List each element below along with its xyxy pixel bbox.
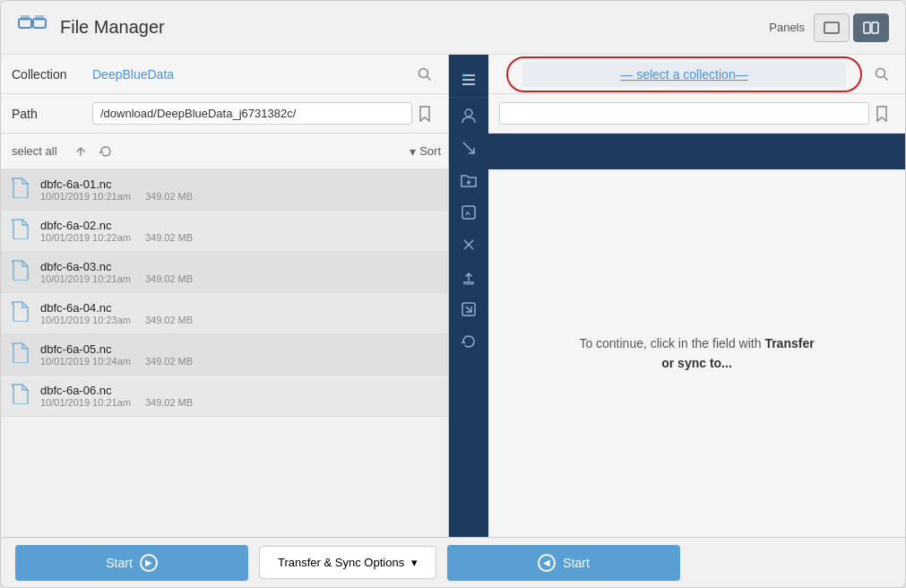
file-item[interactable]: dbfc-6a-06.nc 10/01/2019 10:21am 349.02 … [1, 376, 448, 417]
file-meta: 10/01/2019 10:23am 349.02 MB [40, 315, 193, 325]
up-directory-button[interactable] [68, 139, 93, 164]
file-name: dbfc-6a-06.nc [40, 384, 193, 397]
delete-button[interactable] [454, 230, 483, 259]
right-panel: — select a collection— To co [488, 55, 905, 537]
file-date: 10/01/2019 10:21am [40, 273, 131, 284]
svg-rect-3 [35, 15, 44, 21]
new-folder-button[interactable] [454, 166, 483, 195]
svg-line-14 [463, 143, 474, 153]
start-right-label: Start [563, 556, 590, 570]
transfer-sync-options-button[interactable]: Transfer & Sync Options ▾ [259, 546, 436, 579]
middle-toolbar [449, 55, 488, 537]
title-bar: File Manager Panels [1, 1, 905, 55]
svg-rect-6 [872, 22, 878, 33]
rename-button[interactable] [454, 198, 483, 227]
left-bookmark-button[interactable] [412, 98, 437, 130]
file-meta: 10/01/2019 10:22am 349.02 MB [40, 232, 193, 243]
middle-menu-button[interactable] [449, 62, 488, 98]
transfer-user-button[interactable] [454, 101, 483, 130]
right-message: To continue, click in the field with Tra… [572, 333, 823, 374]
app-title: File Manager [60, 17, 769, 38]
right-toolbar-row [488, 134, 905, 169]
svg-line-8 [427, 76, 431, 80]
right-bookmark-button[interactable] [869, 98, 894, 130]
file-meta: 10/01/2019 10:24am 349.02 MB [40, 356, 193, 367]
left-collection-row: Collection DeepBlueData [1, 55, 448, 94]
transfer-sync-chevron-icon: ▾ [411, 556, 418, 569]
file-name: dbfc-6a-02.nc [40, 219, 193, 232]
select-collection-button[interactable]: — select a collection— [522, 62, 846, 87]
file-date: 10/01/2019 10:21am [40, 191, 131, 202]
file-date: 10/01/2019 10:24am [40, 356, 131, 367]
sort-direction-icon[interactable]: ▾ [410, 144, 416, 159]
share-button[interactable] [454, 295, 483, 324]
file-date: 10/01/2019 10:21am [40, 397, 131, 408]
svg-rect-17 [462, 206, 475, 219]
app-window: File Manager Panels Collection DeepBlueD… [0, 0, 906, 588]
file-item[interactable]: dbfc-6a-04.nc 10/01/2019 10:23am 349.02 … [1, 293, 448, 334]
right-path-row [488, 94, 905, 134]
file-icon [12, 177, 31, 203]
right-path-input[interactable] [499, 102, 869, 125]
transfer-sync-options-label: Transfer & Sync Options [278, 556, 404, 569]
refresh-button[interactable] [93, 139, 118, 164]
bottom-bar: Start ▶ Transfer & Sync Options ▾ ◀ Star… [1, 537, 905, 587]
left-path-input[interactable] [92, 102, 412, 125]
left-path-row: Path [1, 94, 448, 134]
svg-rect-1 [21, 15, 30, 21]
sync-button[interactable] [454, 327, 483, 356]
file-date: 10/01/2019 10:22am [40, 232, 131, 243]
single-panel-button[interactable] [814, 13, 850, 42]
file-size: 349.02 MB [145, 232, 193, 243]
file-size: 349.02 MB [145, 356, 193, 367]
left-collection-search-button[interactable] [412, 62, 437, 87]
file-size: 349.02 MB [145, 273, 193, 284]
file-name: dbfc-6a-03.nc [40, 260, 193, 273]
upload-button[interactable] [454, 263, 483, 291]
left-toolbar-row: select all ▾ Sort [1, 134, 448, 169]
file-icon [12, 383, 31, 409]
select-all-button[interactable]: select all [8, 143, 61, 160]
svg-point-7 [419, 68, 428, 77]
panels-label: Panels [769, 21, 805, 34]
file-size: 349.02 MB [145, 397, 193, 408]
file-size: 349.02 MB [145, 191, 193, 202]
app-icon [17, 12, 49, 44]
file-info: dbfc-6a-01.nc 10/01/2019 10:21am 349.02 … [40, 177, 193, 202]
file-item[interactable]: dbfc-6a-05.nc 10/01/2019 10:24am 349.02 … [1, 334, 448, 376]
right-collection-row: — select a collection— [488, 55, 905, 94]
file-icon [12, 259, 31, 285]
select-collection-oval-border: — select a collection— [506, 56, 862, 92]
start-right-play-icon: ◀ [538, 554, 556, 572]
right-content-area[interactable]: To continue, click in the field with Tra… [488, 169, 905, 537]
file-icon [12, 342, 31, 368]
file-item[interactable]: dbfc-6a-01.nc 10/01/2019 10:21am 349.02 … [1, 169, 448, 211]
file-icon [12, 218, 31, 244]
start-left-button[interactable]: Start ▶ [15, 545, 248, 581]
transfer-arrow-button[interactable] [454, 134, 483, 162]
file-info: dbfc-6a-04.nc 10/01/2019 10:23am 349.02 … [40, 301, 193, 325]
panel-buttons [814, 13, 889, 42]
file-meta: 10/01/2019 10:21am 349.02 MB [40, 273, 193, 284]
left-file-list: dbfc-6a-01.nc 10/01/2019 10:21am 349.02 … [1, 169, 448, 537]
sort-label[interactable]: Sort [419, 144, 441, 158]
dual-panel-button[interactable] [853, 13, 889, 42]
start-right-button[interactable]: ◀ Start [447, 545, 680, 581]
file-meta: 10/01/2019 10:21am 349.02 MB [40, 397, 193, 408]
svg-line-22 [884, 76, 888, 80]
svg-point-21 [876, 68, 885, 77]
file-info: dbfc-6a-06.nc 10/01/2019 10:21am 349.02 … [40, 384, 193, 408]
file-name: dbfc-6a-04.nc [40, 301, 193, 315]
left-collection-value[interactable]: DeepBlueData [92, 67, 412, 82]
file-info: dbfc-6a-03.nc 10/01/2019 10:21am 349.02 … [40, 260, 193, 284]
file-item[interactable]: dbfc-6a-03.nc 10/01/2019 10:21am 349.02 … [1, 252, 448, 293]
right-collection-search-button[interactable] [869, 62, 894, 87]
sort-controls: ▾ Sort [410, 144, 441, 159]
file-item[interactable]: dbfc-6a-02.nc 10/01/2019 10:22am 349.02 … [1, 211, 448, 252]
file-name: dbfc-6a-05.nc [40, 342, 193, 356]
left-path-label: Path [12, 107, 83, 121]
left-collection-label: Collection [12, 67, 83, 82]
start-left-label: Start [106, 556, 133, 570]
select-collection-container: — select a collection— [506, 56, 862, 92]
file-meta: 10/01/2019 10:21am 349.02 MB [40, 191, 193, 202]
